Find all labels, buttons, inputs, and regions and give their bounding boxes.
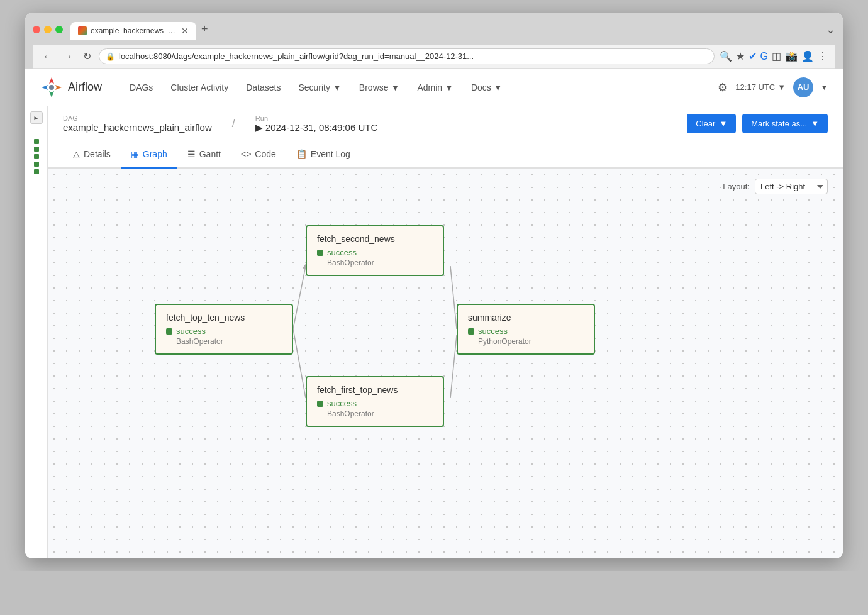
airflow-nav: Airflow DAGs Cluster Activity Datasets S… bbox=[25, 69, 843, 106]
sidebar-expand-button[interactable]: ► bbox=[30, 111, 43, 124]
status-text-summarize: success bbox=[478, 326, 508, 336]
minimize-button[interactable] bbox=[44, 26, 52, 33]
browser-titlebar: example_hackernews_plain_... ✕ + ⌄ bbox=[33, 19, 835, 40]
app-content: Airflow DAGs Cluster Activity Datasets S… bbox=[25, 69, 843, 558]
active-tab[interactable]: example_hackernews_plain_... ✕ bbox=[70, 22, 196, 40]
layout-control: Layout: Left -> Right Top -> Bottom bbox=[723, 179, 828, 194]
dag-node-summarize[interactable]: summarize success PythonOperator bbox=[457, 304, 595, 355]
toolbar-actions: 🔍 ★ ✔ G ◫ 📸 👤 ⋮ bbox=[720, 50, 828, 62]
tab-details[interactable]: △ Details bbox=[63, 141, 121, 169]
dag-name[interactable]: example_hackernews_plain_airflow bbox=[63, 122, 212, 133]
nav-admin[interactable]: Admin ▼ bbox=[409, 77, 461, 97]
user-avatar[interactable]: AU bbox=[793, 77, 813, 97]
svg-line-4 bbox=[450, 335, 457, 398]
node-status-fetch-top-ten-news: success bbox=[166, 326, 282, 336]
graph-tab-icon: ▦ bbox=[131, 149, 139, 159]
settings-icon[interactable]: ⚙ bbox=[718, 80, 728, 94]
sidebar-status-dots bbox=[34, 139, 39, 174]
node-title-fetch-second-news: fetch_second_news bbox=[317, 234, 433, 244]
bookmark-icon[interactable]: ★ bbox=[736, 50, 745, 62]
operator-fetch-second-news: BashOperator bbox=[327, 258, 433, 267]
operator-summarize: PythonOperator bbox=[478, 337, 584, 346]
tab-close-icon[interactable]: ✕ bbox=[181, 26, 189, 36]
tab-favicon-icon bbox=[78, 26, 87, 35]
profile-icon[interactable]: 👤 bbox=[801, 50, 814, 62]
tab-event-log[interactable]: 📋 Event Log bbox=[286, 141, 360, 169]
layout-label: Layout: bbox=[723, 182, 750, 191]
nav-datasets[interactable]: Datasets bbox=[238, 77, 288, 97]
clear-dropdown-icon: ▼ bbox=[719, 119, 727, 128]
lock-icon: 🔒 bbox=[106, 52, 115, 61]
status-text-fetch-second-news: success bbox=[327, 248, 357, 257]
run-play-icon: ▶ bbox=[255, 122, 263, 133]
nav-links: DAGs Cluster Activity Datasets Security … bbox=[122, 77, 718, 97]
nav-right: ⚙ 12:17 UTC ▼ AU ▼ bbox=[718, 77, 828, 97]
reload-button[interactable]: ↻ bbox=[81, 49, 94, 64]
dag-node-fetch-first-top-news[interactable]: fetch_first_top_news success BashOperato… bbox=[306, 376, 444, 427]
utc-time[interactable]: 12:17 UTC ▼ bbox=[735, 82, 786, 92]
nav-dags[interactable]: DAGs bbox=[122, 77, 160, 97]
dag-graph: fetch_top_ten_news success BashOperator … bbox=[148, 206, 715, 521]
browse-dropdown-icon: ▼ bbox=[391, 82, 400, 92]
breadcrumb-section: DAG example_hackernews_plain_airflow / R… bbox=[63, 114, 377, 133]
operator-fetch-top-ten-news: BashOperator bbox=[176, 337, 282, 346]
security-dropdown-icon: ▼ bbox=[333, 82, 342, 92]
status-dot-summarize bbox=[468, 328, 474, 335]
tab-gantt[interactable]: ☰ Gantt bbox=[177, 141, 231, 169]
mark-state-button[interactable]: Mark state as... ▼ bbox=[742, 114, 828, 133]
traffic-lights bbox=[33, 26, 63, 33]
airflow-logo[interactable]: Airflow bbox=[40, 76, 102, 99]
extension-icon[interactable]: G bbox=[760, 51, 768, 62]
back-button[interactable]: ← bbox=[40, 50, 55, 64]
svg-line-1 bbox=[293, 266, 306, 329]
dag-node-fetch-second-news[interactable]: fetch_second_news success BashOperator bbox=[306, 225, 444, 276]
airflow-logo-text: Airflow bbox=[68, 80, 102, 94]
dag-node-fetch-top-ten-news[interactable]: fetch_top_ten_news success BashOperator bbox=[155, 304, 293, 355]
mark-state-dropdown-icon: ▼ bbox=[811, 119, 819, 128]
status-dot-fetch-top-ten-news bbox=[166, 328, 172, 335]
details-tab-icon: △ bbox=[73, 149, 80, 159]
sidebar-dot-4 bbox=[34, 162, 39, 167]
new-tab-button[interactable]: + bbox=[196, 19, 213, 40]
window-collapse-button[interactable]: ⌄ bbox=[826, 23, 835, 36]
main-area: ► DAG example_ha bbox=[25, 106, 843, 558]
graph-area: Layout: Left -> Right Top -> Bottom bbox=[48, 169, 843, 558]
node-status-fetch-first-top-news: success bbox=[317, 399, 433, 408]
user-dropdown-icon[interactable]: ▼ bbox=[821, 84, 828, 91]
browser-window: example_hackernews_plain_... ✕ + ⌄ ← → ↻… bbox=[25, 13, 843, 558]
layout-select[interactable]: Left -> Right Top -> Bottom bbox=[755, 179, 828, 194]
forward-button[interactable]: → bbox=[60, 50, 75, 64]
close-button[interactable] bbox=[33, 26, 40, 33]
status-text-fetch-top-ten-news: success bbox=[176, 326, 206, 336]
node-status-summarize: success bbox=[468, 326, 584, 336]
gantt-tab-icon: ☰ bbox=[187, 149, 196, 159]
verified-icon[interactable]: ✔ bbox=[748, 50, 757, 62]
status-dot-fetch-first-top-news bbox=[317, 401, 323, 407]
nav-docs[interactable]: Docs ▼ bbox=[464, 77, 510, 97]
run-id: ▶ 2024-12-31, 08:49:06 UTC bbox=[255, 122, 377, 133]
sidebar-dot-3 bbox=[34, 154, 39, 159]
admin-dropdown-icon: ▼ bbox=[445, 82, 453, 92]
menu-icon[interactable]: ⋮ bbox=[818, 50, 828, 62]
nav-browse[interactable]: Browse ▼ bbox=[352, 77, 408, 97]
run-label: Run bbox=[255, 114, 377, 122]
extension3-icon[interactable]: 📸 bbox=[785, 50, 798, 62]
node-title-summarize: summarize bbox=[468, 313, 584, 323]
tab-graph[interactable]: ▦ Graph bbox=[121, 141, 177, 169]
eventlog-tab-icon: 📋 bbox=[296, 149, 307, 159]
address-bar[interactable]: 🔒 localhost:8080/dags/example_hackernews… bbox=[99, 48, 715, 64]
maximize-button[interactable] bbox=[55, 26, 63, 33]
extension2-icon[interactable]: ◫ bbox=[772, 50, 781, 62]
nav-security[interactable]: Security ▼ bbox=[291, 77, 348, 97]
docs-dropdown-icon: ▼ bbox=[494, 82, 503, 92]
clear-button[interactable]: Clear ▼ bbox=[687, 114, 736, 133]
search-icon[interactable]: 🔍 bbox=[720, 50, 732, 62]
browser-tabs: example_hackernews_plain_... ✕ + bbox=[70, 19, 826, 40]
node-title-fetch-top-ten-news: fetch_top_ten_news bbox=[166, 313, 282, 323]
svg-point-0 bbox=[49, 85, 54, 90]
status-dot-fetch-second-news bbox=[317, 250, 323, 256]
page-body: DAG example_hackernews_plain_airflow / R… bbox=[48, 106, 843, 558]
nav-cluster-activity[interactable]: Cluster Activity bbox=[163, 77, 236, 97]
sidebar: ► bbox=[25, 106, 48, 558]
tab-code[interactable]: <> Code bbox=[231, 141, 286, 169]
